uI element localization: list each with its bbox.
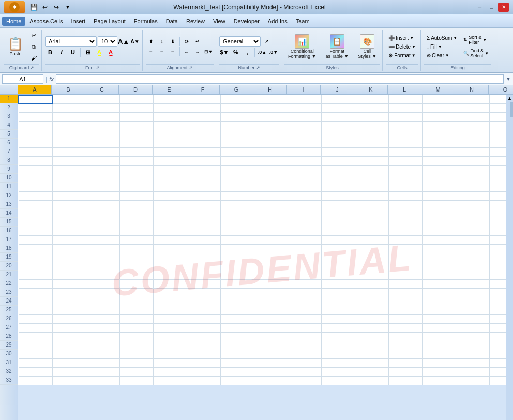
alignment-expand-icon[interactable]: ↗ (189, 65, 193, 70)
cell-G12[interactable] (220, 192, 254, 201)
cell-O17[interactable] (489, 236, 506, 245)
col-header-O[interactable]: O (489, 85, 513, 94)
cell-B7[interactable] (52, 148, 86, 157)
cell-N8[interactable] (456, 157, 489, 166)
increase-decimal-button[interactable]: .0▲ (257, 48, 267, 57)
cell-M9[interactable] (422, 166, 456, 174)
save-quick-btn[interactable]: 💾 (28, 2, 39, 12)
menu-review[interactable]: Review (182, 17, 209, 26)
cell-L14[interactable] (388, 209, 422, 218)
find-select-button[interactable]: 🔍 Find & Select ▼ (461, 47, 491, 59)
cell-J26[interactable] (321, 315, 355, 324)
row-num-1[interactable]: 1 (0, 95, 18, 103)
cell-H26[interactable] (254, 315, 288, 324)
cell-D31[interactable] (119, 359, 153, 368)
cell-M12[interactable] (422, 192, 456, 201)
cell-C17[interactable] (86, 236, 119, 245)
cell-C7[interactable] (86, 148, 119, 157)
cell-O13[interactable] (489, 201, 506, 209)
cell-L27[interactable] (388, 324, 422, 333)
cell-K16[interactable] (355, 227, 388, 236)
cell-K31[interactable] (355, 359, 388, 368)
cell-H4[interactable] (254, 122, 288, 130)
cell-G32[interactable] (220, 368, 254, 377)
cell-B33[interactable] (52, 377, 86, 385)
cell-N15[interactable] (456, 218, 489, 227)
cell-H8[interactable] (254, 157, 288, 166)
cell-H32[interactable] (254, 368, 288, 377)
cell-F4[interactable] (187, 122, 220, 130)
cell-I6[interactable] (288, 139, 321, 148)
cell-K2[interactable] (355, 104, 388, 113)
cell-H33[interactable] (254, 377, 288, 385)
cell-A30[interactable] (19, 350, 52, 359)
cell-N10[interactable] (456, 174, 489, 183)
cell-M3[interactable] (422, 113, 456, 122)
cell-J12[interactable] (321, 192, 355, 201)
cell-F13[interactable] (187, 201, 220, 209)
cell-C1[interactable] (86, 95, 119, 104)
cell-G29[interactable] (220, 341, 254, 350)
cell-L26[interactable] (388, 315, 422, 324)
cell-J6[interactable] (321, 139, 355, 148)
cell-F10[interactable] (187, 174, 220, 183)
scroll-thumb[interactable] (510, 102, 514, 117)
cell-K12[interactable] (355, 192, 388, 201)
cell-B22[interactable] (52, 280, 86, 289)
cell-L15[interactable] (388, 218, 422, 227)
middle-align-button[interactable]: ↕ (157, 37, 167, 46)
cell-I4[interactable] (288, 122, 321, 130)
cell-H19[interactable] (254, 253, 288, 262)
col-header-I[interactable]: I (287, 85, 321, 94)
cell-F8[interactable] (187, 157, 220, 166)
cell-K24[interactable] (355, 297, 388, 306)
row-num-29[interactable]: 29 (0, 341, 18, 350)
menu-aspose[interactable]: Aspose.Cells (25, 17, 67, 26)
row-num-5[interactable]: 5 (0, 130, 18, 139)
cell-O27[interactable] (489, 324, 506, 333)
cell-E32[interactable] (153, 368, 187, 377)
cell-L16[interactable] (388, 227, 422, 236)
cell-C32[interactable] (86, 368, 119, 377)
cell-M25[interactable] (422, 306, 456, 315)
cell-H5[interactable] (254, 130, 288, 139)
cell-A14[interactable] (19, 209, 52, 218)
cell-O12[interactable] (489, 192, 506, 201)
cell-K19[interactable] (355, 253, 388, 262)
cell-M11[interactable] (422, 183, 456, 192)
col-header-M[interactable]: M (421, 85, 455, 94)
cell-L24[interactable] (388, 297, 422, 306)
cell-G33[interactable] (220, 377, 254, 385)
cell-O14[interactable] (489, 209, 506, 218)
row-num-33[interactable]: 33 (0, 376, 18, 385)
col-header-H[interactable]: H (253, 85, 287, 94)
cell-C2[interactable] (86, 104, 119, 113)
cell-A9[interactable] (19, 166, 52, 174)
cell-G20[interactable] (220, 262, 254, 271)
row-num-27[interactable]: 27 (0, 323, 18, 332)
cell-H20[interactable] (254, 262, 288, 271)
cell-F28[interactable] (187, 333, 220, 341)
cell-D7[interactable] (119, 148, 153, 157)
cell-D19[interactable] (119, 253, 153, 262)
cell-K20[interactable] (355, 262, 388, 271)
cell-G8[interactable] (220, 157, 254, 166)
sort-filter-button[interactable]: ⇅ Sort & Filter ▼ (461, 34, 491, 46)
cell-L4[interactable] (388, 122, 422, 130)
cell-M16[interactable] (422, 227, 456, 236)
cell-N14[interactable] (456, 209, 489, 218)
cell-H11[interactable] (254, 183, 288, 192)
row-num-30[interactable]: 30 (0, 350, 18, 358)
cell-I24[interactable] (288, 297, 321, 306)
cell-C6[interactable] (86, 139, 119, 148)
cell-I32[interactable] (288, 368, 321, 377)
cell-J28[interactable] (321, 333, 355, 341)
cell-G28[interactable] (220, 333, 254, 341)
cell-N2[interactable] (456, 104, 489, 113)
cell-E21[interactable] (153, 271, 187, 280)
cell-J2[interactable] (321, 104, 355, 113)
cell-O19[interactable] (489, 253, 506, 262)
cell-F18[interactable] (187, 245, 220, 253)
cell-F25[interactable] (187, 306, 220, 315)
cell-M8[interactable] (422, 157, 456, 166)
